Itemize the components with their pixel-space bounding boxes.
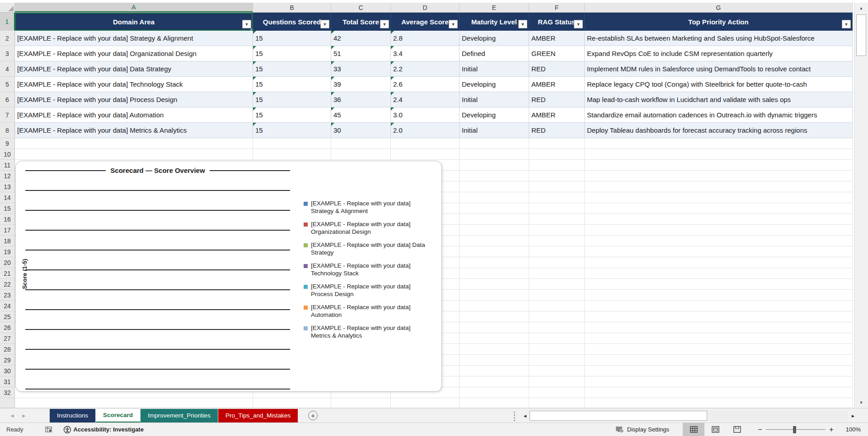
- cell-A7[interactable]: [EXAMPLE - Replace with your data] Autom…: [15, 107, 253, 123]
- filter-button[interactable]: ▼: [380, 20, 389, 28]
- cell-E14[interactable]: [460, 192, 529, 203]
- cell-A2[interactable]: [EXAMPLE - Replace with your data] Strat…: [15, 31, 253, 46]
- zoom-level[interactable]: 100%: [841, 426, 861, 433]
- row-header-11[interactable]: 11: [0, 160, 15, 171]
- cell-F28[interactable]: [529, 344, 585, 355]
- cell-F15[interactable]: [529, 203, 585, 214]
- new-sheet-button[interactable]: +: [308, 411, 318, 420]
- row-header-9[interactable]: 9: [0, 138, 15, 149]
- cell-C33[interactable]: [331, 398, 391, 408]
- macro-record-button[interactable]: [45, 427, 52, 433]
- cell-F11[interactable]: [529, 160, 585, 171]
- table-header-top-priority-action[interactable]: Top Priority Action▼: [585, 13, 853, 31]
- cell-C10[interactable]: [331, 149, 391, 160]
- cell-F7[interactable]: AMBER: [529, 107, 585, 123]
- cell-D2[interactable]: 2.8: [391, 31, 460, 46]
- cell-E32[interactable]: [460, 387, 529, 398]
- sheet-tab-scorecard[interactable]: Scorecard: [96, 409, 141, 422]
- cell-E28[interactable]: [460, 344, 529, 355]
- display-settings-button[interactable]: Display Settings: [615, 426, 669, 433]
- row-header-20[interactable]: 20: [0, 257, 15, 268]
- row-header-4[interactable]: 4: [0, 61, 15, 77]
- cell-G30[interactable]: [585, 366, 853, 376]
- cell-G6[interactable]: Map lead-to-cash workflow in Lucidchart …: [585, 92, 853, 107]
- cell-B10[interactable]: [253, 149, 331, 160]
- cell-G18[interactable]: [585, 236, 853, 246]
- scroll-left-arrow-icon[interactable]: ◄: [521, 411, 530, 420]
- column-header-B[interactable]: B: [253, 3, 331, 12]
- row-header-10[interactable]: 10: [0, 149, 15, 160]
- column-header-E[interactable]: E: [460, 3, 529, 12]
- select-all-corner[interactable]: [0, 3, 15, 12]
- cell-F8[interactable]: RED: [529, 123, 585, 138]
- cell-A8[interactable]: [EXAMPLE - Replace with your data] Metri…: [15, 123, 253, 138]
- cell-E22[interactable]: [460, 279, 529, 290]
- cell-E9[interactable]: [460, 138, 529, 149]
- cell-E19[interactable]: [460, 246, 529, 257]
- cell-F17[interactable]: [529, 225, 585, 236]
- row-header-17[interactable]: 17: [0, 225, 15, 236]
- tab-scroll-left-icon[interactable]: ◄: [6, 413, 18, 418]
- row-header-23[interactable]: 23: [0, 290, 15, 301]
- cell-E30[interactable]: [460, 366, 529, 376]
- cell-E27[interactable]: [460, 333, 529, 344]
- cell-F5[interactable]: AMBER: [529, 77, 585, 92]
- cell-B3[interactable]: 15: [253, 46, 331, 61]
- cell-F32[interactable]: [529, 387, 585, 398]
- column-header-A[interactable]: A: [15, 3, 253, 12]
- row-header-24[interactable]: 24: [0, 301, 15, 311]
- cell-C4[interactable]: 33: [331, 61, 391, 77]
- zoom-in-button[interactable]: +: [827, 426, 835, 434]
- cell-E25[interactable]: [460, 311, 529, 322]
- row-header-21[interactable]: 21: [0, 268, 15, 279]
- sheet-tab-improvement-priorities[interactable]: Improvement_Priorities: [141, 409, 218, 422]
- vertical-scrollbar-thumb[interactable]: [856, 14, 866, 56]
- cell-A10[interactable]: [15, 149, 253, 160]
- row-header-32[interactable]: 32: [0, 387, 15, 398]
- cell-D10[interactable]: [391, 149, 460, 160]
- cell-B6[interactable]: 15: [253, 92, 331, 107]
- cell-A3[interactable]: [EXAMPLE - Replace with your data] Organ…: [15, 46, 253, 61]
- table-header-questions-scored[interactable]: Questions Scored▼: [253, 13, 331, 31]
- cell-G15[interactable]: [585, 203, 853, 214]
- cell-E23[interactable]: [460, 290, 529, 301]
- row-header-29[interactable]: 29: [0, 355, 15, 366]
- cell-E7[interactable]: Developing: [460, 107, 529, 123]
- chart[interactable]: Scorecard — Score Overview Score (1-5) […: [15, 161, 442, 392]
- sheet-tab-instructions[interactable]: Instructions: [50, 409, 96, 422]
- cell-F3[interactable]: GREEN: [529, 46, 585, 61]
- column-header-D[interactable]: D: [391, 3, 460, 12]
- filter-button[interactable]: ▼: [518, 20, 527, 28]
- table-header-rag-status[interactable]: RAG Status▼: [529, 13, 585, 31]
- column-header-G[interactable]: G: [585, 3, 853, 12]
- scroll-down-arrow-icon[interactable]: ▼: [854, 397, 868, 408]
- row-header-14[interactable]: 14: [0, 192, 15, 203]
- horizontal-scrollbar-thumb[interactable]: [530, 411, 707, 421]
- cell-F30[interactable]: [529, 366, 585, 376]
- cell-D8[interactable]: 2.0: [391, 123, 460, 138]
- cell-G17[interactable]: [585, 225, 853, 236]
- view-normal-button[interactable]: [683, 423, 704, 436]
- cell-F19[interactable]: [529, 246, 585, 257]
- cell-F29[interactable]: [529, 355, 585, 366]
- cell-D5[interactable]: 2.6: [391, 77, 460, 92]
- cell-C9[interactable]: [331, 138, 391, 149]
- cell-G7[interactable]: Standardize email automation cadences in…: [585, 107, 853, 123]
- cell-C3[interactable]: 51: [331, 46, 391, 61]
- cell-B7[interactable]: 15: [253, 107, 331, 123]
- cell-A9[interactable]: [15, 138, 253, 149]
- cell-G23[interactable]: [585, 290, 853, 301]
- table-header-maturity-level[interactable]: Maturity Level▼: [460, 13, 529, 31]
- row-header-18[interactable]: 18: [0, 236, 15, 246]
- cell-F24[interactable]: [529, 301, 585, 311]
- filter-button[interactable]: ▼: [574, 20, 583, 28]
- cell-F18[interactable]: [529, 236, 585, 246]
- cell-F33[interactable]: [529, 398, 585, 408]
- cell-G9[interactable]: [585, 138, 853, 149]
- cell-D33[interactable]: [391, 398, 460, 408]
- cell-A6[interactable]: [EXAMPLE - Replace with your data] Proce…: [15, 92, 253, 107]
- cell-C8[interactable]: 30: [331, 123, 391, 138]
- cell-F26[interactable]: [529, 322, 585, 333]
- row-header-5[interactable]: 5: [0, 77, 15, 92]
- cell-B9[interactable]: [253, 138, 331, 149]
